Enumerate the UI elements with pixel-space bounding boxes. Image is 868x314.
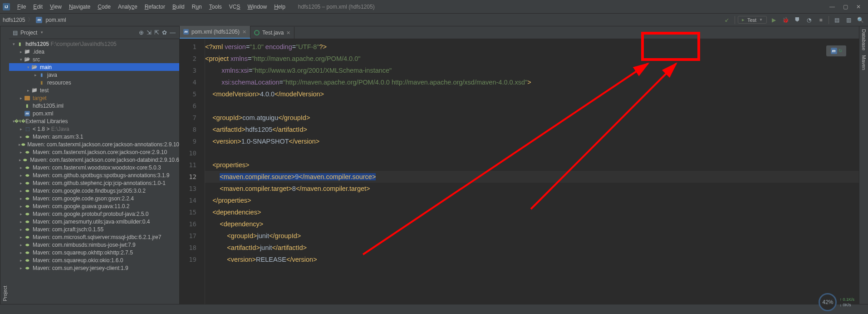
tree-lib-item[interactable]: ▸⬬Maven: com.nimbusds:nimbus-jose-jwt:7.… (9, 241, 179, 249)
title-bar: IJ File Edit View Navigate Code Analyze … (0, 0, 868, 14)
refresh-icon: ↻ (839, 45, 842, 57)
run-button[interactable]: ▶ (769, 15, 779, 25)
menu-build[interactable]: Build (169, 0, 188, 14)
chevron-down-icon: ▼ (759, 18, 763, 22)
tree-external-libs[interactable]: ▾�य�External Libraries (9, 117, 179, 125)
tab-label: pom.xml (hdfs1205) (191, 29, 240, 35)
menu-view[interactable]: View (46, 0, 65, 14)
menu-refactor[interactable]: Refactor (141, 0, 169, 14)
tree-target[interactable]: ▸target (9, 94, 179, 102)
status-bar (0, 304, 868, 314)
tree-lib-item[interactable]: ▸⬬Maven: com.google.guava:guava:11.0.2 (9, 202, 179, 210)
breadcrumb-sep: 〉 (27, 16, 34, 24)
stop-button[interactable]: ■ (816, 15, 826, 25)
menu-tools[interactable]: Tools (206, 0, 226, 14)
tab-label: Test.java (262, 30, 284, 36)
tree-lib-item[interactable]: ▸⬬Maven: com.google.code.findbugs:jsr305… (9, 187, 179, 194)
layout-icon[interactable]: ▥ (843, 15, 853, 25)
tree-root[interactable]: ▾▮hdfs1205 F:\computer\Java\hdfs1205 (9, 40, 179, 48)
project-header-icon: ▤ (13, 30, 18, 36)
java-file-icon (254, 30, 260, 35)
tree-lib-item[interactable]: ▸⬬Maven: com.fasterxml.woodstox:woodstox… (9, 164, 179, 171)
tree-lib-item[interactable]: ▸⬬Maven: com.fasterxml.jackson.core:jack… (9, 140, 179, 148)
close-icon[interactable]: ✕ (286, 30, 290, 36)
debug-button[interactable]: 🐞 (780, 15, 790, 25)
tree-resources[interactable]: ▮resources (9, 79, 179, 86)
tree-jdk[interactable]: ▸⬚< 1.8 > E:\Java (9, 125, 179, 133)
maven-reload-floating-button[interactable]: m ↻ (826, 45, 846, 56)
search-everywhere-icon[interactable]: 🔍 (855, 15, 865, 25)
app-logo: IJ (3, 3, 10, 10)
run-configuration-select[interactable]: ▸ Test ▼ (738, 16, 767, 24)
menu-help[interactable]: Help (270, 0, 289, 14)
tree-test[interactable]: ▸test (9, 86, 179, 94)
select-opened-file-icon[interactable]: ⊕ (139, 29, 144, 36)
menu-code[interactable]: Code (94, 0, 114, 14)
close-icon[interactable]: ✕ (242, 29, 246, 35)
chevron-down-icon[interactable]: ▼ (40, 30, 44, 35)
tool-database[interactable]: Database (861, 29, 867, 50)
editor-area: m pom.xml (hdfs1205) ✕ Test.java ✕ 12345… (180, 26, 859, 304)
tree-lib-item[interactable]: ▸⬬Maven: com.github.stephenc.jcip:jcip-a… (9, 179, 179, 187)
left-tool-stripe: Project (0, 26, 9, 304)
tab-test-java[interactable]: Test.java ✕ (250, 27, 294, 39)
project-tree[interactable]: ▾▮hdfs1205 F:\computer\Java\hdfs1205 ▸.i… (9, 39, 179, 304)
tree-lib-item[interactable]: ▸⬬Maven: com.jamesmurty.utils:java-xmlbu… (9, 218, 179, 225)
expand-all-icon[interactable]: ⇲ (147, 29, 152, 36)
project-tool-window: ▤ Project ▼ ⊕ ⇲ ⇱ ✿ — ▾▮hdfs1205 F:\comp… (9, 26, 180, 304)
menu-file[interactable]: File (14, 0, 29, 14)
tree-idea[interactable]: ▸.idea (9, 48, 179, 55)
tree-lib-item[interactable]: ▸⬬Maven: com.google.code.gson:gson:2.2.4 (9, 194, 179, 202)
window-close-icon[interactable]: ✕ (856, 4, 861, 10)
window-minimize-icon[interactable]: — (829, 4, 835, 10)
collapse-all-icon[interactable]: ⇱ (154, 29, 159, 36)
tree-java[interactable]: ▸▮java (9, 71, 179, 79)
back-icon[interactable]: ↙ (722, 15, 732, 25)
editor-tabs: m pom.xml (hdfs1205) ✕ Test.java ✕ (180, 26, 859, 39)
network-percent: 42% (819, 293, 837, 311)
tool-maven[interactable]: Maven (861, 55, 867, 70)
tree-lib-item[interactable]: ▸⬬Maven: asm:asm:3.1 (9, 133, 179, 140)
coverage-button[interactable]: ⛊ (792, 15, 802, 25)
tree-lib-item[interactable]: ▸⬬Maven: com.microsoft.sqlserver:mssql-j… (9, 233, 179, 241)
tree-lib-item[interactable]: ▸⬬Maven: com.fasterxml.jackson.core:jack… (9, 156, 179, 164)
structure-icon[interactable]: ▤ (832, 15, 842, 25)
pom-file-icon: m (183, 29, 189, 35)
tree-pom[interactable]: mpom.xml (9, 110, 179, 117)
run-icon: ▸ (742, 17, 745, 23)
settings-icon[interactable]: ✿ (162, 29, 167, 36)
menu-window[interactable]: Window (244, 0, 270, 14)
tree-lib-item[interactable]: ▸⬬Maven: com.fasterxml.jackson.core:jack… (9, 148, 179, 156)
menu-edit[interactable]: Edit (29, 0, 46, 14)
tree-main[interactable]: ▾main (9, 63, 179, 71)
menu-vcs[interactable]: VCS (226, 0, 244, 14)
tree-lib-item[interactable]: ▸⬬Maven: com.squareup.okhttp:okhttp:2.7.… (9, 249, 179, 256)
tool-project[interactable]: Project (2, 286, 8, 301)
pom-file-icon: m (36, 17, 42, 23)
network-download: ↓ 0K/s (839, 302, 854, 308)
code-area[interactable]: <?xml version="1.0" encoding="UTF-8"?> <… (205, 39, 859, 304)
right-tool-stripe: Database Maven (859, 26, 868, 304)
maven-icon: m (831, 48, 837, 54)
window-maximize-icon[interactable]: ▢ (843, 4, 848, 10)
tree-lib-item[interactable]: ▸⬬Maven: com.sun.jersey:jersey-client:1.… (9, 264, 179, 272)
run-config-label: Test (747, 17, 756, 23)
breadcrumb-project[interactable]: hdfs1205 (3, 17, 25, 23)
tree-lib-item[interactable]: ▸⬬Maven: com.github.spotbugs:spotbugs-an… (9, 171, 179, 179)
tree-lib-item[interactable]: ▸⬬Maven: com.google.protobuf:protobuf-ja… (9, 210, 179, 218)
menu-navigate[interactable]: Navigate (65, 0, 94, 14)
tree-lib-item[interactable]: ▸⬬Maven: com.squareup.okio:okio:1.6.0 (9, 256, 179, 264)
tree-lib-item[interactable]: ▸⬬Maven: com.jcraft:jsch:0.1.55 (9, 225, 179, 233)
tree-iml[interactable]: ▮hdfs1205.iml (9, 102, 179, 110)
menu-analyze[interactable]: Analyze (114, 0, 141, 14)
tree-src[interactable]: ▾src (9, 55, 179, 63)
menu-run[interactable]: Run (188, 0, 206, 14)
hide-icon[interactable]: — (170, 29, 176, 36)
network-upload: ↑ 0.1K/s (839, 297, 854, 302)
tab-pom[interactable]: m pom.xml (hdfs1205) ✕ (180, 26, 250, 39)
editor-body[interactable]: 12345678910111213141516171819 <?xml vers… (180, 39, 859, 304)
profile-button[interactable]: ◔ (804, 15, 814, 25)
navigation-bar: hdfs1205 〉 m pom.xml ↙ ▸ Test ▼ ▶ 🐞 ⛊ ◔ … (0, 14, 868, 26)
network-speed-widget: 42% ↑ 0.1K/s ↓ 0K/s (819, 293, 854, 311)
breadcrumb-file[interactable]: pom.xml (45, 17, 66, 23)
